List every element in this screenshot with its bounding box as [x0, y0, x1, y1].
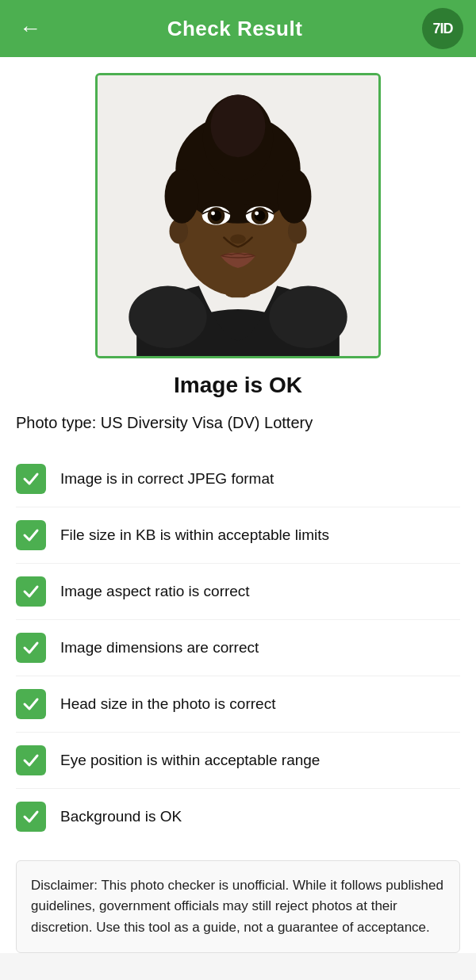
check-item: Head size in the photo is correct	[16, 676, 460, 733]
check-item-label: Background is OK	[60, 808, 182, 825]
check-item: Eye position is within acceptable range	[16, 733, 460, 789]
check-item-label: Head size in the photo is correct	[60, 695, 275, 713]
check-item-label: Image dimensions are correct	[60, 639, 259, 657]
check-list: Image is in correct JPEG format File siz…	[16, 451, 460, 844]
check-icon	[16, 576, 46, 607]
check-item: Image aspect ratio is correct	[16, 564, 460, 620]
check-icon	[16, 464, 46, 494]
svg-point-10	[211, 95, 266, 158]
app-header: ← Check Result 7ID	[0, 0, 476, 57]
check-item-label: Image is in correct JPEG format	[60, 470, 274, 488]
check-icon	[16, 633, 46, 663]
app-logo: 7ID	[422, 8, 463, 49]
passport-photo	[98, 75, 378, 356]
check-item-label: File size in KB is within acceptable lim…	[60, 526, 329, 544]
svg-point-16	[211, 212, 215, 216]
status-text: Image is OK	[16, 373, 460, 398]
check-icon	[16, 802, 46, 832]
svg-point-12	[277, 169, 311, 224]
page-title: Check Result	[167, 17, 303, 41]
check-item: Background is OK	[16, 789, 460, 844]
back-button[interactable]: ←	[13, 11, 48, 46]
check-item-label: Eye position is within acceptable range	[60, 752, 320, 769]
check-item: Image is in correct JPEG format	[16, 451, 460, 507]
check-item-label: Image aspect ratio is correct	[60, 583, 250, 600]
check-icon	[16, 689, 46, 719]
svg-point-3	[269, 286, 347, 349]
check-icon	[16, 745, 46, 775]
svg-point-21	[230, 235, 246, 244]
photo-type-label: Photo type: US Diversity Visa (DV) Lotte…	[16, 414, 460, 435]
photo-container	[16, 73, 460, 358]
photo-frame	[95, 73, 381, 358]
main-content: Image is OK Photo type: US Diversity Vis…	[0, 57, 476, 953]
svg-point-11	[165, 169, 199, 224]
disclaimer: Disclaimer: This photo checker is unoffi…	[16, 860, 460, 953]
svg-point-20	[255, 212, 259, 216]
check-item: Image dimensions are correct	[16, 620, 460, 676]
svg-point-2	[129, 286, 206, 349]
check-item: File size in KB is within acceptable lim…	[16, 507, 460, 564]
check-icon	[16, 520, 46, 550]
